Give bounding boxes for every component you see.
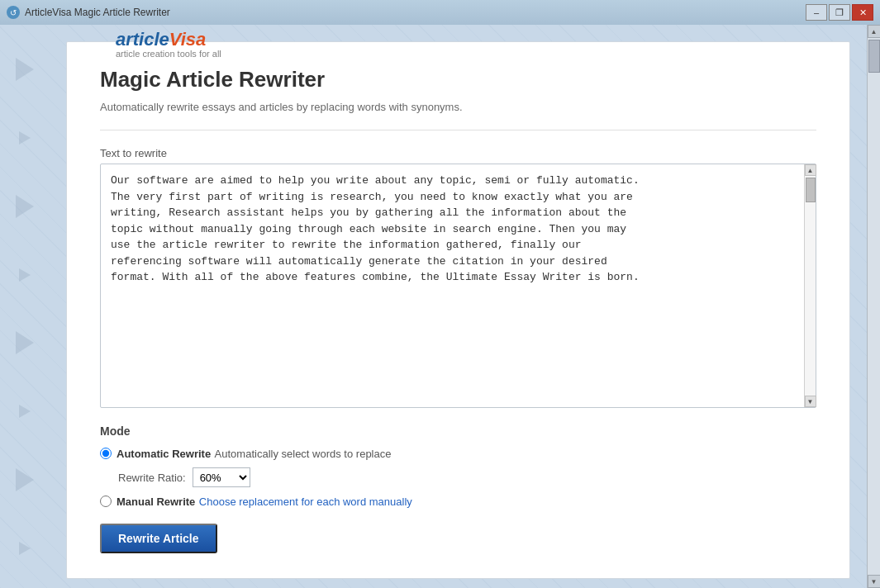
automatic-rewrite-row: Automatic Rewrite Automatically select w… (100, 446, 816, 461)
manual-rewrite-label-link: Choose replacement for each word manuall… (199, 496, 412, 508)
title-bar: ↺ ArticleVisa Magic Article Rewriter – ❐… (0, 0, 880, 25)
textarea-scroll-thumb[interactable] (806, 178, 816, 202)
manual-rewrite-radio[interactable] (100, 496, 112, 507)
triangle-decoration (16, 195, 34, 218)
window-controls: – ❐ ✕ (806, 4, 873, 21)
scroll-thumb[interactable] (868, 40, 880, 73)
page-subtitle: Automatically rewrite essays and article… (100, 101, 816, 113)
text-area-wrapper: Our software are aimed to help you write… (100, 164, 816, 408)
scroll-up-arrow[interactable]: ▲ (868, 25, 881, 38)
textarea-scroll-up[interactable]: ▲ (805, 164, 816, 176)
text-to-rewrite-input[interactable]: Our software are aimed to help you write… (101, 164, 816, 404)
triangle-decoration (16, 468, 34, 491)
manual-rewrite-label-bold: Manual Rewrite (117, 496, 195, 508)
textarea-scroll-down[interactable]: ▼ (805, 396, 816, 407)
restore-button[interactable]: ❐ (829, 4, 850, 21)
triangle-decoration (16, 331, 34, 354)
automatic-rewrite-label: Automatic Rewrite Automatically select w… (117, 446, 391, 461)
logo: articleVisa (116, 29, 221, 50)
triangle-decoration (16, 58, 34, 81)
automatic-rewrite-label-bold: Automatic Rewrite (117, 448, 211, 460)
close-button[interactable]: ✕ (852, 4, 873, 21)
triangle-decoration (19, 131, 31, 145)
mode-section: Mode Automatic Rewrite Automatically sel… (100, 424, 816, 553)
mode-label: Mode (100, 424, 816, 438)
manual-rewrite-row: Manual Rewrite Choose replacement for ea… (100, 494, 816, 509)
textarea-label: Text to rewrite (100, 147, 816, 159)
ratio-select[interactable]: 10% 20% 30% 40% 50% 60% 70% 80% 90% 100% (193, 467, 250, 487)
textarea-scroll-track (805, 176, 816, 396)
textarea-scrollbar[interactable]: ▲ ▼ (804, 164, 816, 407)
triangle-decoration (19, 542, 31, 555)
main-content-area: articleVisa article creation tools for a… (50, 25, 867, 588)
divider (100, 130, 816, 130)
manual-rewrite-label: Manual Rewrite Choose replacement for ea… (117, 494, 412, 509)
logo-area: articleVisa article creation tools for a… (116, 29, 221, 59)
scroll-down-arrow[interactable]: ▼ (868, 575, 881, 588)
page-title: Magic Article Rewriter (100, 67, 816, 92)
automatic-rewrite-radio[interactable] (100, 448, 112, 459)
window-scrollbar[interactable]: ▲ ▼ (867, 25, 880, 588)
ratio-label: Rewrite Ratio: (118, 472, 186, 484)
app-icon: ↺ (7, 6, 20, 19)
logo-subtitle: article creation tools for all (116, 49, 221, 59)
left-decorations (0, 25, 50, 588)
rewrite-ratio-row: Rewrite Ratio: 10% 20% 30% 40% 50% 60% 7… (118, 467, 816, 487)
scroll-track (868, 38, 880, 575)
window-title: ArticleVisa Magic Article Rewriter (25, 7, 170, 18)
automatic-rewrite-label-desc: Automatically select words to replace (215, 448, 392, 460)
triangle-decoration (19, 268, 31, 282)
content-panel: Magic Article Rewriter Automatically rew… (66, 41, 850, 579)
rewrite-article-button[interactable]: Rewrite Article (100, 524, 217, 553)
triangle-decoration (19, 405, 31, 418)
window-body: ▲ ▼ articleVisa article creation tools f… (0, 25, 880, 588)
minimize-button[interactable]: – (806, 4, 827, 21)
